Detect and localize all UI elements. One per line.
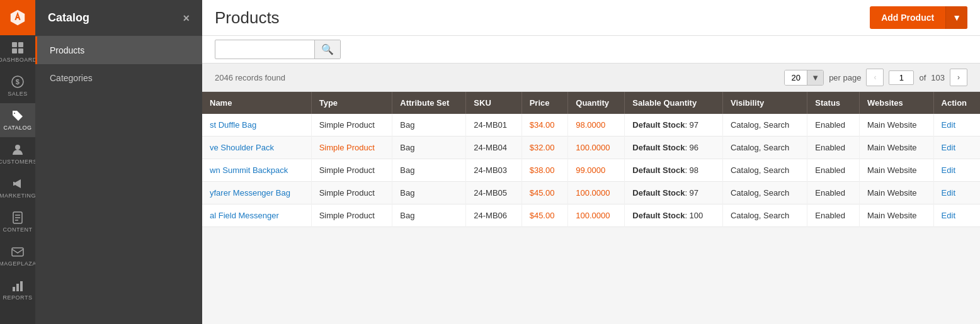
cell-attribute-set: Bag: [392, 159, 466, 182]
col-status[interactable]: Status: [807, 92, 860, 114]
cell-sku: 24-MB04: [466, 137, 521, 159]
toolbar: 2046 records found ▼ per page ‹ of 103 ›: [202, 64, 980, 92]
product-type[interactable]: Simple Product: [319, 188, 375, 198]
cell-quantity: 100.0000: [568, 182, 625, 204]
dollar-icon: $: [11, 75, 24, 88]
search-input[interactable]: [215, 42, 314, 57]
cell-status: Enabled: [807, 137, 860, 159]
catalog-nav-categories[interactable]: Categories: [35, 64, 202, 92]
cell-type: Simple Product: [311, 159, 392, 182]
cell-price: $38.00: [521, 159, 568, 182]
product-name-link[interactable]: yfarer Messenger Bag: [210, 188, 290, 198]
cell-name: wn Summit Backpack: [202, 159, 311, 182]
sidebar-item-customers[interactable]: CUSTOMERS: [0, 137, 35, 171]
per-page-dropdown-arrow[interactable]: ▼: [807, 70, 823, 85]
customers-label: CUSTOMERS: [0, 159, 37, 165]
col-salable-quantity[interactable]: Salable Quantity: [625, 92, 723, 114]
per-page-input[interactable]: [785, 70, 807, 85]
per-page-select[interactable]: ▼: [784, 70, 824, 86]
cell-salable-qty: Default Stock: 98: [625, 159, 723, 182]
current-page-input[interactable]: [889, 70, 914, 85]
col-attribute-set[interactable]: Attribute Set: [392, 92, 466, 114]
product-type[interactable]: Simple Product: [319, 143, 375, 152]
total-pages: 103: [931, 73, 945, 82]
magento-logo-icon: [9, 9, 26, 26]
edit-link[interactable]: Edit: [942, 120, 955, 130]
sidebar-item-mageplaza[interactable]: MAGEPLAZA: [0, 239, 35, 273]
svg-rect-12: [13, 287, 15, 291]
cell-salable-qty: Default Stock: 100: [625, 204, 723, 227]
search-button[interactable]: 🔍: [314, 40, 340, 59]
pagination: ▼ per page ‹ of 103 ›: [784, 69, 967, 86]
catalog-label: CATALOG: [3, 125, 31, 131]
add-product-button[interactable]: Add Product ▼: [870, 6, 967, 29]
product-type: Simple Product: [319, 120, 375, 130]
svg-text:$: $: [16, 78, 20, 86]
table-row: ve Shoulder Pack Simple Product Bag 24-M…: [202, 137, 980, 159]
product-name-link[interactable]: al Field Messenger: [210, 211, 279, 220]
catalog-sidebar: Catalog × Products Categories: [35, 0, 202, 324]
edit-link[interactable]: Edit: [942, 143, 955, 152]
cell-salable-qty: Default Stock: 97: [625, 114, 723, 137]
cell-action: Edit: [933, 182, 980, 204]
cell-attribute-set: Bag: [392, 114, 466, 137]
product-type[interactable]: Simple Product: [319, 211, 375, 220]
cell-visibility: Catalog, Search: [722, 114, 807, 137]
table-row: st Duffle Bag Simple Product Bag 24-MB01…: [202, 114, 980, 137]
col-quantity[interactable]: Quantity: [568, 92, 625, 114]
cell-websites: Main Website: [859, 182, 933, 204]
col-name[interactable]: Name: [202, 92, 311, 114]
product-name-link[interactable]: wn Summit Backpack: [210, 165, 288, 175]
svg-rect-14: [20, 281, 23, 291]
cell-status: Enabled: [807, 204, 860, 227]
svg-rect-1: [18, 42, 23, 47]
tag-icon: [11, 109, 24, 122]
col-websites[interactable]: Websites: [859, 92, 933, 114]
cell-websites: Main Website: [859, 159, 933, 182]
sidebar-item-marketing[interactable]: MARKETING: [0, 171, 35, 205]
svg-point-6: [15, 145, 20, 150]
col-type[interactable]: Type: [311, 92, 392, 114]
reports-label: REPORTS: [3, 294, 33, 301]
catalog-nav-products[interactable]: Products: [35, 36, 202, 64]
marketing-label: MARKETING: [0, 193, 36, 199]
sidebar-item-catalog[interactable]: CATALOG: [0, 103, 35, 137]
edit-link[interactable]: Edit: [942, 188, 955, 198]
cell-action: Edit: [933, 159, 980, 182]
cell-attribute-set: Bag: [392, 182, 466, 204]
cell-sku: 24-MB05: [466, 182, 521, 204]
svg-rect-0: [12, 42, 17, 47]
sidebar-item-reports[interactable]: REPORTS: [0, 273, 35, 307]
cell-action: Edit: [933, 114, 980, 137]
edit-link[interactable]: Edit: [942, 211, 955, 220]
cell-name: al Field Messenger: [202, 204, 311, 227]
edit-link[interactable]: Edit: [942, 165, 955, 175]
cell-action: Edit: [933, 137, 980, 159]
product-name-link[interactable]: ve Shoulder Pack: [210, 143, 274, 152]
svg-rect-11: [12, 248, 23, 256]
product-name-link[interactable]: st Duffle Bag: [210, 120, 256, 130]
sidebar-item-sales[interactable]: $ SALES: [0, 69, 35, 103]
col-price[interactable]: Price: [521, 92, 568, 114]
product-type: Simple Product: [319, 165, 375, 175]
per-page-label: per page: [829, 73, 861, 82]
col-visibility[interactable]: Visibility: [722, 92, 807, 114]
catalog-close-button[interactable]: ×: [183, 13, 190, 24]
cell-status: Enabled: [807, 114, 860, 137]
sidebar-item-content[interactable]: CONTENT: [0, 205, 35, 239]
cell-type: Simple Product: [311, 137, 392, 159]
prev-page-button[interactable]: ‹: [866, 69, 884, 86]
cell-quantity: 100.0000: [568, 137, 625, 159]
cell-websites: Main Website: [859, 204, 933, 227]
products-table: Name Type Attribute Set SKU Price Quanti…: [202, 92, 980, 227]
cell-visibility: Catalog, Search: [722, 182, 807, 204]
cell-action: Edit: [933, 204, 980, 227]
sidebar-item-dashboard[interactable]: DASHBOARD: [0, 35, 35, 69]
col-action[interactable]: Action: [933, 92, 980, 114]
bar-chart-icon: [11, 279, 24, 292]
next-page-button[interactable]: ›: [950, 69, 967, 86]
logo-button[interactable]: [0, 0, 35, 35]
add-product-dropdown-arrow[interactable]: ▼: [945, 6, 967, 29]
svg-rect-13: [16, 284, 19, 291]
col-sku[interactable]: SKU: [466, 92, 521, 114]
